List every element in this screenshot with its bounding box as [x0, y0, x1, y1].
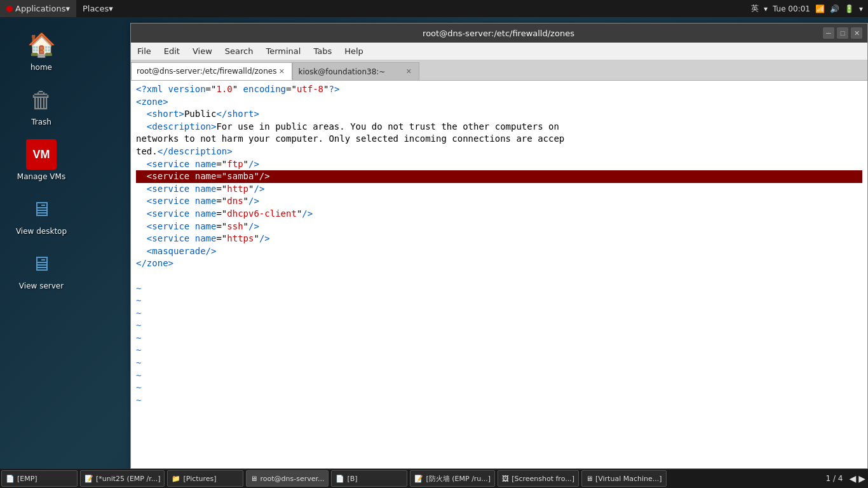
taskbar-b-icon: 📄 [336, 475, 344, 483]
desc-line1: <description>For use in public areas. Yo… [136, 121, 862, 133]
taskbar-dns-icon: 🖥 [250, 475, 257, 483]
menu-terminal[interactable]: Terminal [259, 43, 307, 60]
page-indicator: 1 / 4 [822, 474, 846, 483]
taskbar-dns-label: root@dns-server... [260, 475, 324, 483]
close-button[interactable]: ✕ [851, 27, 862, 39]
top-bar-right: 英 ▾ Tue 00:01 📶 🔊 🔋 ▾ [751, 3, 868, 14]
home-label: home [31, 63, 52, 72]
taskbar-vm-icon: 🖥 [586, 475, 593, 483]
desktop-icon-view-desktop[interactable]: 🖥 View desktop [6, 194, 76, 236]
menu-help[interactable]: Help [338, 43, 370, 60]
taskbar-b[interactable]: 📄 [B] [331, 470, 407, 487]
desktop-icon-manage-vms[interactable]: VM Manage VMs [6, 139, 76, 181]
tilde-8: ~ [136, 370, 862, 383]
network-icon: 📶 [815, 4, 825, 13]
tilde-5: ~ [136, 332, 862, 345]
tilde-6: ~ [136, 344, 862, 357]
desktop-icon-view-server[interactable]: 🖥 View server [6, 248, 76, 290]
taskbar-right: 1 / 4 ◀ ▶ [822, 473, 868, 484]
manage-vms-icon: VM [26, 139, 57, 170]
desc-line3: ted.</description> [136, 146, 862, 158]
taskbar-screenshot-icon: 🖼 [502, 475, 509, 483]
zone-close-line: </zone> [136, 257, 862, 270]
zone-open-line: <zone> [136, 96, 862, 109]
taskbar-pictures[interactable]: 📁 [Pictures] [167, 470, 243, 487]
short-line: <short>Public</short> [136, 108, 862, 121]
menu-view[interactable]: View [186, 43, 219, 60]
taskbar-vm-label: [Virtual Machine...] [595, 475, 662, 483]
taskbar-dns-server[interactable]: 🖥 root@dns-server... [246, 470, 329, 487]
tilde-1: ~ [136, 283, 862, 295]
trash-icon: 🗑 [26, 85, 57, 115]
view-server-label: View server [19, 281, 64, 290]
maximize-button[interactable]: □ [837, 27, 848, 39]
menu-file[interactable]: File [131, 43, 158, 60]
tab-dns-server-close[interactable]: ✕ [276, 66, 287, 76]
bottom-taskbar: 📄 [EMP] 📝 [*unit25 (EMP /r...] 📁 [Pictur… [0, 469, 868, 488]
battery-icon: 🔋 [844, 4, 854, 13]
taskbar-emp-label: [EMP] [17, 475, 37, 483]
taskbar-unit25[interactable]: 📝 [*unit25 (EMP /r...] [80, 470, 165, 487]
system-menu-arrow[interactable]: ▾ [859, 4, 863, 13]
home-icon: 🏠 [26, 30, 57, 60]
tabs-bar: root@dns-server:/etc/firewalld/zones ✕ k… [131, 60, 867, 81]
service-dhcpv6-line: <service name="dhcpv6-client"/> [136, 208, 862, 220]
manage-vms-label: Manage VMs [17, 172, 65, 181]
tilde-9: ~ [136, 382, 862, 395]
taskbar-unit25-label: [*unit25 (EMP /r...] [96, 475, 160, 483]
menu-edit[interactable]: Edit [158, 43, 186, 60]
tilde-10: ~ [136, 395, 862, 407]
language-indicator[interactable]: 英 [751, 3, 759, 14]
window-controls: ─ □ ✕ [823, 27, 862, 39]
service-dns-line: <service name="dns"/> [136, 195, 862, 208]
volume-icon: 🔊 [830, 4, 839, 13]
tilde-2: ~ [136, 295, 862, 308]
tab-dns-server-label: root@dns-server:/etc/firewalld/zones [137, 67, 276, 76]
xml-decl-line: <?xml version="1.0" encoding="utf-8"?> [136, 83, 862, 96]
minimize-button[interactable]: ─ [823, 27, 834, 39]
applications-label: Applications [15, 4, 65, 13]
menu-tabs[interactable]: Tabs [307, 43, 338, 60]
fedora-icon [6, 6, 13, 12]
service-samba-line: <service name="samba"/> [136, 170, 862, 183]
window-title: root@dns-server:/etc/firewalld/zones [174, 29, 823, 38]
taskbar-firewall-icon: 📝 [414, 475, 423, 483]
taskbar-pictures-label: [Pictures] [183, 475, 216, 483]
view-server-icon: 🖥 [26, 248, 57, 279]
tab-kiosk-close[interactable]: ✕ [403, 67, 414, 77]
menu-bar: File Edit View Search Terminal Tabs Help [131, 43, 867, 60]
tab-dns-server[interactable]: root@dns-server:/etc/firewalld/zones ✕ [131, 62, 292, 80]
top-bar: Applications ▾ Places ▾ 英 ▾ Tue 00:01 📶 … [0, 0, 868, 17]
taskbar-emp[interactable]: 📄 [EMP] [1, 470, 78, 487]
top-bar-separator1: ▾ [764, 4, 768, 13]
places-label: Places [83, 4, 109, 13]
places-menu[interactable]: Places ▾ [76, 0, 119, 17]
taskbar-unit25-icon: 📝 [85, 475, 93, 483]
service-https-line: <service name="https"/> [136, 233, 862, 245]
tilde-3: ~ [136, 308, 862, 320]
applications-arrow: ▾ [65, 4, 70, 13]
taskbar-virtual-machine[interactable]: 🖥 [Virtual Machine...] [581, 470, 667, 487]
taskbar-pictures-icon: 📁 [172, 475, 180, 483]
taskbar-emp-icon: 📄 [6, 475, 15, 483]
desktop-icon-home[interactable]: 🏠 home [6, 30, 76, 72]
taskbar-firewall-label: [防火墙 (EMP /ru...] [426, 474, 491, 484]
window-titlebar: root@dns-server:/etc/firewalld/zones ─ □… [131, 24, 867, 43]
taskbar-firewall[interactable]: 📝 [防火墙 (EMP /ru...] [410, 470, 495, 487]
taskbar-screenshot-label: [Screenshot fro...] [512, 475, 574, 483]
applications-menu[interactable]: Applications ▾ [0, 0, 76, 17]
taskbar-nav-prev[interactable]: ◀ [849, 473, 856, 484]
empty-line1 [136, 270, 862, 283]
desc-line2: networks to not harm your computer. Only… [136, 133, 862, 146]
terminal-content[interactable]: <?xml version="1.0" encoding="utf-8"?> <… [131, 81, 867, 468]
taskbar-nav-next[interactable]: ▶ [858, 473, 865, 484]
tilde-4: ~ [136, 320, 862, 332]
tilde-7: ~ [136, 357, 862, 370]
taskbar-screenshot[interactable]: 🖼 [Screenshot fro...] [498, 470, 579, 487]
menu-search[interactable]: Search [219, 43, 260, 60]
service-ftp-line: <service name="ftp"/> [136, 158, 862, 171]
places-arrow: ▾ [109, 4, 113, 13]
desktop-icon-trash[interactable]: 🗑 Trash [6, 85, 76, 126]
tab-kiosk[interactable]: kiosk@foundation38:~ ✕ [292, 62, 419, 80]
trash-label: Trash [31, 118, 51, 126]
